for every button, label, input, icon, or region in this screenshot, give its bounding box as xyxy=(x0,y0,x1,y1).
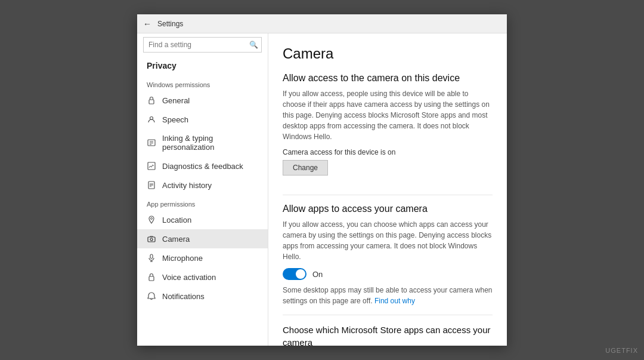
allow-access-description: If you allow access, people using this d… xyxy=(283,88,493,142)
sidebar-item-notifications[interactable]: Notifications xyxy=(137,287,268,306)
voice-icon xyxy=(147,272,156,282)
svg-point-11 xyxy=(151,218,153,220)
sidebar-item-voice[interactable]: Voice activation xyxy=(137,267,268,287)
windows-permissions-label: Windows permissions xyxy=(137,75,268,91)
privacy-label: Privacy xyxy=(137,59,268,75)
sidebar-item-diagnostics[interactable]: Diagnostics & feedback xyxy=(137,156,268,176)
camera-status: Camera access for this device is on xyxy=(283,148,493,156)
general-label: General xyxy=(162,96,190,105)
search-container: 🔍 xyxy=(143,37,262,53)
divider-2 xyxy=(283,315,493,315)
location-icon xyxy=(147,215,156,224)
allow-apps-toggle-row: On xyxy=(283,268,493,280)
back-button[interactable]: ← xyxy=(143,19,151,29)
page-title: Camera xyxy=(283,45,493,62)
microphone-icon xyxy=(147,253,156,263)
window-content: 🔍 Privacy Windows permissions General Sp… xyxy=(137,33,507,346)
allow-apps-title: Allow apps to access your camera xyxy=(283,204,493,214)
allow-apps-toggle-label: On xyxy=(312,270,323,279)
sidebar: 🔍 Privacy Windows permissions General Sp… xyxy=(137,33,268,346)
activity-label: Activity history xyxy=(162,181,212,190)
watermark: UGETFIX xyxy=(605,347,638,354)
settings-window: ← Settings 🔍 Privacy Windows permissions… xyxy=(137,14,507,346)
activity-icon xyxy=(147,180,156,190)
sidebar-item-speech[interactable]: Speech xyxy=(137,110,268,129)
find-out-link[interactable]: Find out why xyxy=(374,297,415,305)
speech-label: Speech xyxy=(162,115,188,124)
lock-icon xyxy=(147,96,156,105)
speech-icon xyxy=(147,115,156,124)
voice-label: Voice activation xyxy=(162,273,216,282)
change-button[interactable]: Change xyxy=(283,160,328,176)
allow-access-title: Allow access to the camera on this devic… xyxy=(283,73,493,84)
svg-rect-14 xyxy=(150,254,153,259)
sidebar-item-inking[interactable]: Inking & typing personalization xyxy=(137,129,268,156)
svg-rect-12 xyxy=(148,237,155,242)
sidebar-item-microphone[interactable]: Microphone xyxy=(137,248,268,267)
diagnostics-label: Diagnostics & feedback xyxy=(162,162,243,171)
sidebar-item-camera[interactable]: Camera xyxy=(137,229,268,248)
camera-icon xyxy=(147,234,156,244)
svg-rect-0 xyxy=(149,100,154,104)
divider-1 xyxy=(283,195,493,195)
choose-apps-title: Choose which Microsoft Store apps can ac… xyxy=(283,324,493,346)
desktop-apps-note: Some desktop apps may still be able to a… xyxy=(283,285,493,306)
allow-apps-toggle[interactable] xyxy=(283,268,306,280)
inking-icon xyxy=(147,138,156,147)
notifications-icon xyxy=(147,291,156,301)
sidebar-item-general[interactable]: General xyxy=(137,91,268,110)
svg-rect-17 xyxy=(149,276,154,281)
title-bar: ← Settings xyxy=(137,14,507,33)
sidebar-item-activity[interactable]: Activity history xyxy=(137,176,268,195)
inking-label: Inking & typing personalization xyxy=(162,134,258,152)
window-title: Settings xyxy=(157,20,183,28)
svg-point-13 xyxy=(150,238,153,241)
microphone-label: Microphone xyxy=(162,254,203,263)
camera-label: Camera xyxy=(162,235,190,244)
sidebar-item-location[interactable]: Location xyxy=(137,210,268,229)
allow-apps-description: If you allow access, you can choose whic… xyxy=(283,219,493,262)
notifications-label: Notifications xyxy=(162,292,205,301)
svg-rect-6 xyxy=(148,162,155,170)
location-label: Location xyxy=(162,216,191,224)
search-icon: 🔍 xyxy=(249,41,258,49)
diagnostics-icon xyxy=(147,161,156,171)
app-permissions-label: App permissions xyxy=(137,195,268,210)
main-content: Camera Allow access to the camera on thi… xyxy=(268,33,507,346)
search-input[interactable] xyxy=(143,37,262,53)
